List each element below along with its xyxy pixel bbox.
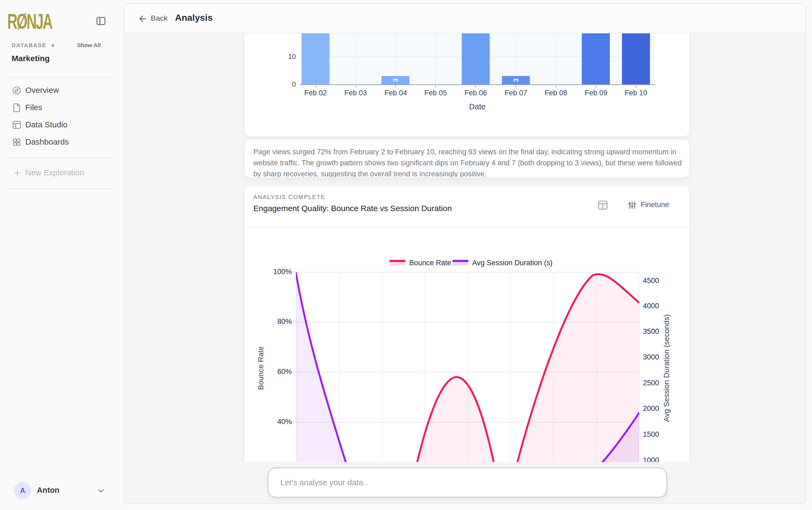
gridline xyxy=(435,33,436,84)
new-exploration-label: New Exploration xyxy=(25,168,84,177)
sidebar-item-label: Data Studio xyxy=(25,120,67,129)
chart-legend: Bounce Rate Avg Session Duration (s) xyxy=(245,259,690,270)
chevron-down-icon[interactable] xyxy=(96,486,106,495)
panel-content: 3 3 10 0 Feb 02 Feb 03 xyxy=(124,33,806,504)
axis-tick xyxy=(596,85,596,88)
divider xyxy=(245,227,690,227)
legend-swatch-purple xyxy=(452,260,468,266)
line-series-svg xyxy=(296,272,639,462)
user-menu[interactable]: A Anton xyxy=(0,481,124,501)
status-badge: ANALYSIS COMPLETE xyxy=(253,194,325,201)
divider xyxy=(7,189,116,189)
bar-value-label: 3 xyxy=(390,75,401,86)
chart-title: Engagement Quality: Bounce Rate vs Sessi… xyxy=(253,204,452,213)
bar-feb-02 xyxy=(301,33,329,84)
app-root: RØNJA DATABASE Show All Marketing Overvi… xyxy=(0,0,812,510)
logo-row: RØNJA xyxy=(7,10,117,32)
chat-input-container xyxy=(268,468,667,498)
divider xyxy=(7,77,116,78)
panel-header: Back Analysis xyxy=(124,4,806,33)
left-tick-label: 40% xyxy=(268,418,292,426)
workspace-title: Marketing xyxy=(11,54,50,63)
bar-feb-06 xyxy=(462,33,490,84)
bar-feb-09 xyxy=(582,33,610,84)
x-axis-line xyxy=(300,84,655,85)
scroll-area[interactable]: 3 3 10 0 Feb 02 Feb 03 xyxy=(124,33,806,462)
y-tick-label: 0 xyxy=(274,80,296,89)
chart-toolbar: Finetune xyxy=(571,200,678,211)
sidebar: RØNJA DATABASE Show All Marketing Overvi… xyxy=(0,0,124,510)
axis-tick xyxy=(396,85,396,88)
axis-tick xyxy=(516,85,516,88)
x-tick-label: Feb 06 xyxy=(456,89,496,97)
sidebar-item-data-studio[interactable]: Data Studio xyxy=(0,116,124,134)
panels-icon xyxy=(12,120,22,130)
left-tick-label: 80% xyxy=(268,317,292,326)
database-label: DATABASE xyxy=(11,42,47,49)
show-all-link[interactable]: Show All xyxy=(77,42,101,49)
axis-tick xyxy=(435,85,436,88)
axis-tick xyxy=(556,85,556,88)
legend-label: Avg Session Duration (s) xyxy=(472,259,552,267)
left-axis-title: Bounce Rate xyxy=(257,266,265,462)
axis-tick xyxy=(315,85,316,88)
back-label: Back xyxy=(151,14,168,23)
y-tick-label: 10 xyxy=(274,53,296,61)
legend-label: Bounce Rate xyxy=(409,259,451,267)
new-exploration-button[interactable]: New Exploration xyxy=(0,164,124,181)
page-title: Analysis xyxy=(175,12,213,23)
line-plot-area xyxy=(296,272,639,462)
arrow-left-icon xyxy=(138,14,148,24)
line-chart-card: ANALYSIS COMPLETE Engagement Quality: Bo… xyxy=(244,186,690,462)
sidebar-nav: Overview Files Data Studio Dashboards xyxy=(0,82,124,151)
legend-item-bounce-rate[interactable]: Bounce Rate xyxy=(389,259,448,270)
analysis-text-card: Page views surged 72% from February 2 to… xyxy=(244,139,690,178)
sidebar-item-dashboards[interactable]: Dashboards xyxy=(0,134,124,151)
left-tick-label: 100% xyxy=(268,268,292,276)
right-axis-title: Avg Session Duration (seconds) xyxy=(662,266,671,462)
finetune-label: Finetune xyxy=(641,201,669,209)
legend-swatch-pink xyxy=(389,260,405,266)
sidebar-toggle-icon[interactable] xyxy=(95,16,106,26)
gridline xyxy=(556,33,556,84)
axis-tick xyxy=(293,272,296,272)
session-duration-fill-left xyxy=(296,273,347,462)
sidebar-item-files[interactable]: Files xyxy=(0,99,124,116)
left-tick-label: 60% xyxy=(268,368,292,376)
user-name: Anton xyxy=(37,486,59,494)
ronja-logo: RØNJA xyxy=(7,5,52,37)
main-panel: Back Analysis xyxy=(124,3,806,504)
x-axis-title: Date xyxy=(300,102,655,111)
axis-tick xyxy=(293,321,296,322)
finetune-button[interactable]: Finetune xyxy=(627,200,678,211)
analysis-summary: Page views surged 72% from February 2 to… xyxy=(253,146,682,178)
table-view-icon[interactable] xyxy=(597,200,608,211)
x-tick-label: Feb 07 xyxy=(496,89,536,97)
axis-tick xyxy=(293,372,296,372)
gridline xyxy=(355,33,356,84)
bar-feb-10 xyxy=(622,33,650,84)
legend-item-session-duration[interactable]: Avg Session Duration (s) xyxy=(452,259,566,270)
sidebar-item-label: Overview xyxy=(25,86,59,95)
sidebar-item-overview[interactable]: Overview xyxy=(0,82,124,99)
x-tick-label: Feb 09 xyxy=(576,89,616,97)
axis-tick xyxy=(475,85,476,88)
axis-tick xyxy=(293,422,296,422)
x-tick-label: Feb 05 xyxy=(415,89,456,97)
x-tick-label: Feb 02 xyxy=(295,89,336,97)
sliders-icon xyxy=(627,200,637,210)
x-tick-label: Feb 04 xyxy=(376,89,416,97)
database-status-dot xyxy=(51,44,54,47)
sidebar-item-label: Files xyxy=(25,103,42,112)
divider xyxy=(7,158,116,158)
sidebar-item-label: Dashboards xyxy=(25,137,69,146)
plus-icon xyxy=(13,169,22,177)
analyse-data-input[interactable] xyxy=(280,468,655,497)
axis-tick xyxy=(636,85,636,88)
x-tick-label: Feb 10 xyxy=(616,89,656,97)
bar-chart-card: 3 3 10 0 Feb 02 Feb 03 xyxy=(244,33,690,137)
grid-icon xyxy=(12,137,22,147)
axis-tick xyxy=(355,85,356,88)
file-icon xyxy=(12,103,22,113)
avatar: A xyxy=(14,482,31,499)
